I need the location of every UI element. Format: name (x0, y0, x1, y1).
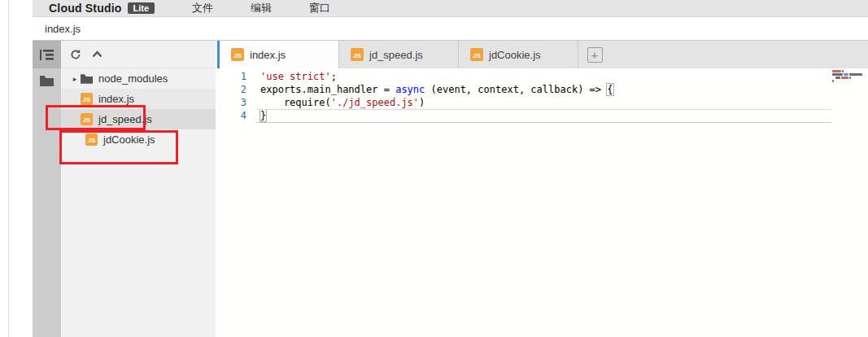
tab-label: jdCookie.js (489, 49, 541, 61)
js-file-icon: JS (470, 48, 483, 61)
code-editor[interactable]: 1 'use strict'; 2 exports.main_handler =… (216, 68, 868, 337)
line-number: 2 (216, 83, 260, 96)
breadcrumb-filename: index.js (45, 23, 81, 35)
annotation-box-jdcookie (59, 130, 178, 164)
code-line-1: 1 'use strict'; (216, 70, 868, 83)
tab-bar-filler (611, 41, 868, 68)
code-line-2: 2 exports.main_handler = async (event, c… (216, 83, 868, 96)
tab-label: jd_speed.js (369, 49, 423, 61)
annotation-box-jd-speed (46, 105, 146, 130)
file-explorer: ▸ node_modules JS index.js (61, 41, 216, 337)
js-file-icon: JS (81, 93, 93, 105)
code-line-3: 3 require('./jd_speed.js') (216, 96, 868, 109)
explorer-toolbar (61, 41, 216, 68)
app-logo: Cloud Studio (49, 2, 122, 15)
breadcrumb: index.js (33, 17, 868, 41)
folder-icon (81, 74, 93, 84)
tab-jdcookie-js[interactable]: JS jdCookie.js (459, 41, 578, 68)
tab-label: index.js (250, 49, 286, 61)
minimap[interactable] (832, 70, 866, 83)
folder-icon (40, 76, 54, 86)
current-line-highlight (256, 109, 831, 123)
new-tab-button[interactable]: + (578, 41, 611, 68)
explorer-view-button[interactable] (33, 41, 61, 68)
js-file-icon: JS (351, 48, 364, 61)
folder-view-button[interactable] (33, 68, 61, 93)
plus-icon: + (587, 47, 603, 63)
line-number: 4 (216, 109, 260, 122)
menu-item-edit[interactable]: 编辑 (251, 1, 272, 15)
main-area: ▸ node_modules JS index.js (33, 41, 868, 337)
menu-item-file[interactable]: 文件 (192, 1, 213, 15)
cloud-studio-window: Cloud Studio Lite 文件 编辑 窗口 index.js (0, 0, 868, 337)
editor-group: JS index.js JS jd_speed.js JS jdCookie.j… (216, 41, 868, 337)
refresh-icon (70, 49, 81, 60)
js-file-icon: JS (231, 48, 244, 61)
line-number: 3 (216, 96, 260, 109)
chevron-right-icon[interactable]: ▸ (69, 75, 81, 83)
tab-jd-speed-js[interactable]: JS jd_speed.js (339, 41, 459, 68)
page-left-divider (8, 0, 9, 337)
collapse-icon (92, 50, 103, 58)
lite-badge: Lite (128, 2, 155, 14)
line-number: 1 (216, 70, 260, 83)
tree-item-label: index.js (98, 93, 134, 105)
tree-item-node-modules[interactable]: ▸ node_modules (61, 68, 216, 89)
activity-bar (33, 41, 61, 337)
app-frame: Cloud Studio Lite 文件 编辑 窗口 index.js (33, 0, 868, 337)
tab-index-js[interactable]: JS index.js (220, 41, 339, 68)
menubar: Cloud Studio Lite 文件 编辑 窗口 (33, 0, 868, 17)
tree-view-icon (40, 49, 54, 61)
tree-item-label: node_modules (98, 72, 168, 85)
menu-item-window[interactable]: 窗口 (309, 1, 330, 15)
tab-bar: JS index.js JS jd_speed.js JS jdCookie.j… (216, 41, 868, 68)
collapse-all-button[interactable] (90, 48, 103, 61)
refresh-button[interactable] (69, 48, 82, 61)
